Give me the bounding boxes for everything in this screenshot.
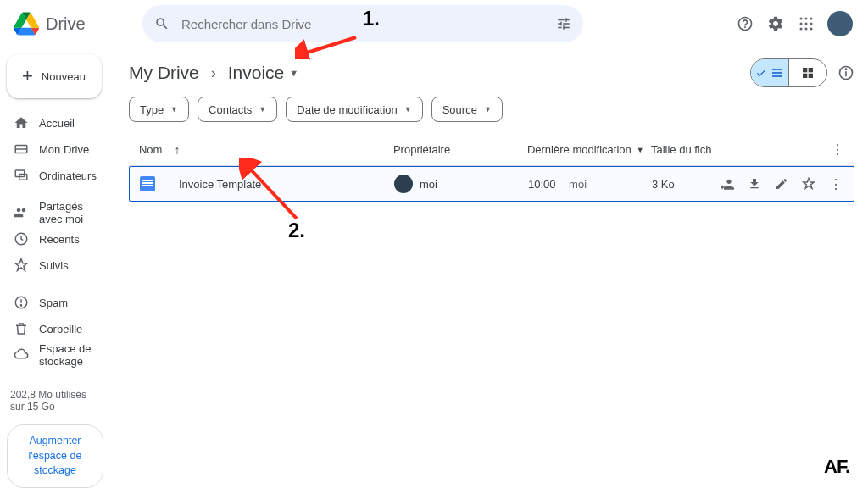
breadcrumb: My Drive › Invoice▼ [129, 63, 298, 83]
content: My Drive › Invoice▼ Type▼ Contacts▼ Date… [114, 47, 868, 488]
svg-point-1 [805, 18, 808, 20]
file-size: 3 Ko [652, 178, 720, 191]
svg-point-23 [845, 69, 846, 69]
more-icon[interactable]: ⋮ [831, 141, 844, 158]
app-name: Drive [46, 14, 86, 34]
col-size[interactable]: Taille du fich [651, 143, 719, 156]
svg-rect-17 [803, 68, 807, 72]
drive-logo-icon [14, 11, 39, 36]
col-modified[interactable]: Dernière modification [527, 143, 632, 156]
annotation-label-2: 2. [288, 219, 305, 242]
header-actions [736, 11, 858, 36]
docs-file-icon [140, 176, 155, 191]
sidebar-item-trash[interactable]: Corbeille [3, 316, 107, 341]
sidebar-item-label: Spam [39, 297, 68, 309]
tune-icon[interactable] [556, 16, 571, 31]
star-icon[interactable] [801, 176, 816, 191]
download-icon[interactable] [747, 176, 762, 191]
more-icon[interactable]: ⋮ [828, 176, 843, 191]
sidebar-item-recent[interactable]: Récents [3, 226, 107, 252]
starred-icon [14, 258, 29, 273]
breadcrumb-root[interactable]: My Drive [129, 63, 199, 83]
chip-contacts[interactable]: Contacts▼ [198, 97, 277, 122]
sort-ascending-icon[interactable]: ↑ [174, 143, 180, 157]
settings-icon[interactable] [766, 14, 785, 33]
modified-by: moi [569, 178, 587, 191]
sidebar-item-label: Partagés avec moi [39, 200, 97, 225]
apps-icon[interactable] [797, 14, 815, 33]
new-button[interactable]: + Nouveau [7, 54, 102, 98]
sidebar-item-label: Corbeille [39, 323, 82, 336]
table-header: Nom↑ Propriétaire Dernière modification▼… [129, 134, 854, 166]
svg-point-4 [805, 23, 808, 25]
sidebar-item-computers[interactable]: Ordinateurs [3, 163, 107, 188]
table-row[interactable]: Invoice Template moi 10:00 moi 3 Ko ⋮ [129, 166, 854, 202]
svg-point-6 [800, 28, 803, 30]
spam-icon [14, 295, 29, 310]
recent-icon [14, 231, 29, 247]
upgrade-storage-button[interactable]: Augmenter l'espace de stockage [7, 424, 103, 488]
sidebar-item-label: Suivis [39, 259, 69, 272]
modified-time: 10:00 [528, 178, 556, 191]
svg-point-2 [810, 18, 813, 20]
sidebar-item-starred[interactable]: Suivis [3, 252, 107, 278]
search-icon [154, 16, 170, 31]
annotation-label-1: 1. [363, 7, 380, 30]
svg-point-3 [800, 23, 803, 25]
list-view-button[interactable] [751, 59, 788, 86]
help-icon[interactable] [736, 14, 754, 33]
sidebar-item-mydrive[interactable]: Mon Drive [3, 136, 107, 162]
sidebar-item-label: Ordinateurs [39, 169, 97, 182]
share-icon[interactable] [720, 176, 735, 191]
chevron-right-icon: › [211, 64, 216, 82]
sidebar-item-home[interactable]: Accueil [3, 110, 107, 136]
watermark: AF. [824, 456, 849, 478]
svg-point-5 [810, 23, 813, 25]
drive-icon [14, 141, 29, 157]
plus-icon: + [22, 67, 33, 86]
chip-source[interactable]: Source▼ [431, 97, 503, 122]
storage-usage: 202,8 Mo utilisés sur 15 Go [3, 389, 107, 413]
svg-point-7 [805, 28, 808, 30]
sidebar-item-label: Récents [39, 233, 80, 246]
sidebar-item-storage[interactable]: Espace de stockage [3, 342, 107, 368]
account-avatar[interactable] [827, 11, 853, 36]
sidebar-item-spam[interactable]: Spam [3, 290, 107, 315]
sidebar-item-shared[interactable]: Partagés avec moi [3, 200, 107, 225]
owner-label: moi [420, 178, 437, 191]
svg-point-8 [810, 28, 813, 30]
sidebar-item-label: Mon Drive [39, 143, 89, 156]
svg-point-0 [800, 18, 803, 20]
col-owner[interactable]: Propriétaire [393, 143, 527, 156]
edit-icon[interactable] [774, 176, 789, 191]
caret-down-icon: ▼ [289, 68, 298, 78]
header: Drive [0, 0, 868, 47]
chip-type[interactable]: Type▼ [129, 97, 189, 122]
caret-down-icon: ▼ [484, 105, 492, 114]
storage-icon [14, 347, 29, 363]
chip-modified[interactable]: Date de modification▼ [286, 97, 422, 122]
sidebar-item-label: Espace de stockage [39, 342, 97, 368]
svg-point-16 [20, 305, 21, 306]
trash-icon [14, 321, 29, 336]
computers-icon [14, 168, 29, 183]
logo[interactable]: Drive [10, 11, 136, 36]
caret-down-icon: ▼ [259, 105, 266, 114]
file-name: Invoice Template [179, 178, 261, 191]
col-name[interactable]: Nom [139, 143, 162, 156]
sidebar-item-label: Accueil [39, 117, 75, 130]
svg-rect-18 [809, 68, 813, 72]
svg-rect-20 [809, 74, 813, 78]
info-icon[interactable] [837, 64, 854, 81]
view-toggle [750, 58, 827, 87]
sidebar: + Nouveau Accueil Mon Drive Ordinateurs … [0, 47, 114, 488]
caret-down-icon: ▼ [404, 105, 412, 114]
svg-rect-19 [803, 74, 807, 78]
shared-icon [14, 205, 29, 220]
grid-view-button[interactable] [789, 59, 826, 86]
caret-down-icon: ▼ [637, 146, 644, 154]
caret-down-icon: ▼ [170, 105, 178, 114]
filter-chips: Type▼ Contacts▼ Date de modification▼ So… [129, 97, 854, 122]
home-icon [14, 115, 29, 130]
breadcrumb-current[interactable]: Invoice▼ [228, 63, 298, 83]
